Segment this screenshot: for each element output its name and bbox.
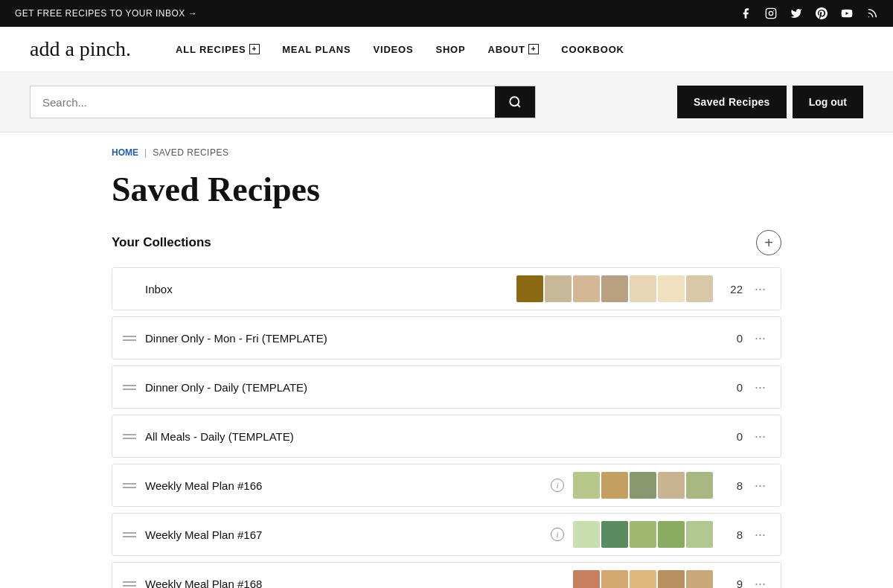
recipe-thumbnail — [686, 472, 713, 499]
svg-point-4 — [868, 16, 869, 17]
all-recipes-expand-icon: + — [249, 44, 260, 54]
drag-handle[interactable] — [123, 483, 136, 488]
drag-handle[interactable] — [123, 581, 136, 587]
collection-row[interactable]: Inbox22··· — [112, 267, 781, 310]
facebook-icon[interactable] — [740, 7, 752, 19]
svg-rect-0 — [766, 8, 775, 18]
recipe-thumbnail — [601, 521, 628, 548]
nav-about[interactable]: ABOUT + — [487, 44, 539, 55]
breadcrumb-separator: | — [144, 147, 147, 158]
youtube-icon[interactable] — [841, 7, 853, 19]
drag-handle[interactable] — [123, 532, 136, 537]
add-collection-button[interactable]: + — [756, 230, 781, 255]
collection-count: 8 — [725, 479, 743, 492]
collections-header: Your Collections + — [112, 230, 781, 255]
svg-line-6 — [517, 104, 519, 106]
about-expand-icon: + — [528, 44, 540, 54]
recipe-thumbnail — [630, 570, 656, 588]
nav-cookbook[interactable]: COOKBOOK — [561, 44, 624, 55]
more-options-button[interactable]: ··· — [750, 328, 770, 348]
recipe-thumbnail — [686, 521, 713, 548]
collection-row[interactable]: All Meals - Daily (TEMPLATE)0··· — [112, 415, 781, 458]
collection-count: 0 — [725, 381, 743, 394]
collections-section-title: Your Collections — [112, 235, 211, 250]
info-icon[interactable]: i — [551, 479, 564, 492]
collection-count: 0 — [725, 430, 743, 443]
collection-name: Weekly Meal Plan #168 — [145, 578, 573, 589]
recipe-thumbnail — [573, 521, 600, 548]
collection-name: Weekly Meal Plan #166 — [145, 479, 551, 492]
collection-row[interactable]: Dinner Only - Daily (TEMPLATE)0··· — [112, 365, 781, 409]
logout-button[interactable]: Log out — [793, 86, 863, 118]
collection-row[interactable]: Weekly Meal Plan #167i8··· — [112, 513, 781, 556]
recipe-thumbnail — [630, 521, 656, 548]
recipe-thumbnail — [573, 472, 600, 499]
more-options-button[interactable]: ··· — [750, 476, 770, 495]
collection-name: Inbox — [145, 283, 516, 295]
collection-count: 22 — [725, 283, 743, 295]
recipe-thumbnail — [573, 570, 600, 588]
collection-count: 8 — [725, 528, 743, 541]
recipe-thumbnail — [545, 275, 572, 302]
more-options-button[interactable]: ··· — [750, 426, 770, 446]
nav-shop[interactable]: SHOP — [435, 44, 465, 55]
recipe-thumbnail — [601, 275, 628, 302]
info-icon[interactable]: i — [551, 528, 564, 541]
main-header: add a pinch. ALL RECIPES + MEAL PLANS VI… — [0, 27, 893, 72]
promo-text[interactable]: GET FREE RECIPES TO YOUR INBOX → — [15, 8, 197, 19]
top-bar: GET FREE RECIPES TO YOUR INBOX → — [0, 0, 893, 27]
search-icon — [508, 95, 522, 109]
rss-icon[interactable] — [866, 7, 878, 19]
recipe-thumbnail — [686, 570, 713, 588]
content-area: HOME | SAVED RECIPES Saved Recipes Your … — [82, 132, 811, 588]
more-options-button[interactable]: ··· — [750, 279, 770, 298]
collection-row[interactable]: Dinner Only - Mon - Fri (TEMPLATE)0··· — [112, 316, 781, 359]
recipe-thumbnail — [686, 275, 713, 302]
main-nav: ALL RECIPES + MEAL PLANS VIDEOS SHOP ABO… — [176, 44, 624, 55]
recipe-thumbnail — [630, 275, 656, 302]
search-bar-area: Saved Recipes Log out — [0, 72, 893, 132]
recipe-thumbnail — [630, 472, 656, 499]
nav-videos[interactable]: VIDEOS — [374, 44, 414, 55]
collection-name: Dinner Only - Mon - Fri (TEMPLATE) — [145, 332, 569, 345]
more-options-button[interactable]: ··· — [750, 377, 770, 397]
drag-handle[interactable] — [123, 336, 136, 341]
search-input[interactable] — [31, 87, 495, 118]
drag-handle[interactable] — [123, 385, 136, 390]
nav-all-recipes[interactable]: ALL RECIPES + — [176, 44, 260, 55]
breadcrumb-current: SAVED RECIPES — [153, 147, 228, 158]
more-options-button[interactable]: ··· — [750, 574, 770, 588]
recipe-thumbnail — [516, 275, 543, 302]
search-button[interactable] — [495, 86, 535, 118]
header-actions: Saved Recipes Log out — [677, 86, 863, 118]
social-links — [740, 7, 878, 19]
collection-name: All Meals - Daily (TEMPLATE) — [145, 430, 569, 443]
page-title: Saved Recipes — [112, 170, 781, 209]
pinterest-icon[interactable] — [816, 7, 828, 19]
collection-name: Dinner Only - Daily (TEMPLATE) — [145, 381, 569, 394]
recipe-thumbnail — [658, 275, 685, 302]
collection-row[interactable]: Weekly Meal Plan #1689··· — [112, 562, 781, 588]
nav-meal-plans[interactable]: MEAL PLANS — [282, 44, 351, 55]
collection-list: Inbox22··· Dinner Only - Mon - Fri (TEMP… — [112, 267, 781, 588]
breadcrumb: HOME | SAVED RECIPES — [112, 147, 781, 158]
recipe-thumbnail — [658, 570, 685, 588]
collection-name: Weekly Meal Plan #167 — [145, 528, 551, 541]
collection-count: 9 — [725, 578, 743, 589]
site-logo[interactable]: add a pinch. — [30, 37, 131, 61]
instagram-icon[interactable] — [765, 7, 777, 19]
recipe-thumbnails — [573, 521, 713, 548]
svg-point-5 — [510, 97, 519, 106]
breadcrumb-home[interactable]: HOME — [112, 147, 138, 158]
recipe-thumbnails — [516, 275, 713, 302]
saved-recipes-button[interactable]: Saved Recipes — [677, 86, 787, 118]
collection-row[interactable]: Weekly Meal Plan #166i8··· — [112, 464, 781, 507]
collection-count: 0 — [725, 332, 743, 345]
recipe-thumbnail — [601, 570, 628, 588]
twitter-icon[interactable] — [790, 7, 802, 19]
recipe-thumbnails — [573, 570, 713, 588]
drag-handle[interactable] — [123, 434, 136, 439]
recipe-thumbnail — [658, 521, 685, 548]
recipe-thumbnail — [573, 275, 600, 302]
more-options-button[interactable]: ··· — [750, 525, 770, 544]
